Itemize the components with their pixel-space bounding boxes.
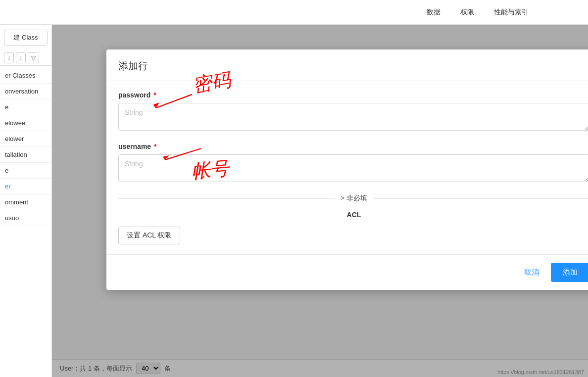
set-acl-button[interactable]: 设置 ACL 权限: [118, 227, 180, 244]
sort-asc-button[interactable]: ↕: [4, 52, 14, 63]
filter-button[interactable]: ▽: [28, 52, 39, 63]
modal-header: 添加行: [106, 49, 588, 81]
sidebar-item-omment[interactable]: omment: [0, 194, 51, 210]
acl-section: ACL 设置 ACL 权限: [118, 211, 588, 244]
add-button[interactable]: 添加: [551, 263, 588, 282]
acl-line-left: [118, 215, 339, 215]
sidebar-item-elowee[interactable]: elowee: [0, 115, 51, 131]
modal-title: 添加行: [118, 60, 148, 71]
app-container: 数据 权限 性能与索引 建 Class ↕ ↕ ▽ er Classes onv…: [0, 0, 588, 377]
acl-line-right: [369, 215, 588, 215]
sidebar-item-other-classes[interactable]: er Classes: [0, 68, 51, 84]
main-content: 建 Class ↕ ↕ ▽ er Classes onversation e e…: [0, 25, 588, 377]
modal-body: password * username *: [106, 81, 588, 254]
modal-add-row: 添加行 password * username: [106, 49, 588, 290]
username-field: username *: [118, 142, 588, 184]
username-input[interactable]: [118, 154, 588, 182]
sidebar-item-e1[interactable]: e: [0, 99, 51, 115]
password-field: password *: [118, 91, 588, 133]
acl-divider: ACL: [118, 211, 588, 219]
top-nav: 数据 权限 性能与索引: [0, 0, 588, 25]
tab-permissions[interactable]: 权限: [460, 6, 474, 19]
sidebar-item-er[interactable]: er: [0, 179, 51, 194]
sidebar-item-elower[interactable]: elower: [0, 131, 51, 147]
sidebar-item-usuo[interactable]: usuo: [0, 210, 51, 226]
modal-footer: 取消 添加: [106, 254, 588, 290]
sort-desc-button[interactable]: ↕: [16, 52, 26, 63]
password-input[interactable]: [118, 103, 588, 131]
sidebar-toolbar: ↕ ↕ ▽: [0, 50, 51, 66]
optional-section-divider[interactable]: > 非必填: [118, 194, 588, 203]
sidebar-item-tallation[interactable]: tallation: [0, 147, 51, 163]
tab-data[interactable]: 数据: [427, 6, 441, 19]
divider-line-right: [373, 198, 588, 199]
username-required-mark: *: [154, 142, 156, 150]
tab-performance[interactable]: 性能与索引: [494, 6, 529, 19]
acl-label: ACL: [339, 211, 369, 219]
content-area: BJECT User：共 1 条，每面显示 40 条 https://blog.…: [52, 25, 588, 377]
top-nav-tabs: 数据 权限 性能与索引: [427, 6, 529, 19]
sidebar-item-conversation[interactable]: onversation: [0, 84, 51, 99]
password-label: password *: [118, 91, 588, 99]
password-required-mark: *: [153, 91, 156, 99]
sidebar-item-e2[interactable]: e: [0, 163, 51, 179]
optional-section-label[interactable]: > 非必填: [335, 194, 373, 203]
cancel-button[interactable]: 取消: [518, 264, 545, 281]
create-class-label: 建 Class: [13, 34, 38, 41]
divider-line-left: [118, 198, 335, 199]
create-class-button[interactable]: 建 Class: [4, 30, 48, 46]
sidebar: 建 Class ↕ ↕ ▽ er Classes onversation e e…: [0, 25, 52, 377]
username-label: username *: [118, 142, 588, 150]
